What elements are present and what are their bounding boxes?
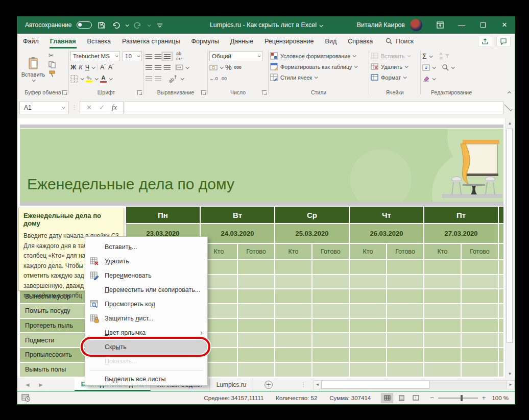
bold-button[interactable]: Ж <box>70 64 76 71</box>
merge-center-icon[interactable] <box>175 64 183 70</box>
copy-icon[interactable] <box>49 61 56 68</box>
title-dropdown-icon[interactable] <box>320 23 323 27</box>
data-cell[interactable] <box>424 348 461 362</box>
data-cell[interactable] <box>238 304 274 318</box>
zoom-in-button[interactable]: + <box>482 394 486 402</box>
accounting-format-icon[interactable] <box>209 64 218 71</box>
data-cell[interactable] <box>387 275 423 289</box>
data-cell[interactable] <box>312 319 349 333</box>
data-cell[interactable] <box>275 319 311 333</box>
font-color-button[interactable]: А <box>100 75 107 83</box>
data-cell[interactable] <box>424 333 461 347</box>
data-cell[interactable] <box>387 289 423 303</box>
align-center-icon[interactable] <box>155 65 161 70</box>
context-menu-item-9[interactable]: Выделить все листы <box>85 372 207 386</box>
conditional-formatting-button[interactable]: Условное форматирование <box>270 51 367 61</box>
user-name[interactable]: Виталий Каиров <box>357 21 405 29</box>
align-left-icon[interactable] <box>146 65 152 70</box>
formula-input[interactable] <box>125 101 503 114</box>
page-layout-view-button[interactable] <box>395 393 407 403</box>
data-cell[interactable] <box>462 319 498 333</box>
shrink-font-button[interactable]: Аˇ <box>108 64 114 71</box>
context-menu-item-6[interactable]: Цвет ярлычка <box>85 326 207 340</box>
decrease-indent-icon[interactable] <box>146 77 152 81</box>
align-right-icon[interactable] <box>164 65 171 70</box>
save-icon[interactable] <box>97 20 106 30</box>
data-cell[interactable] <box>424 304 461 318</box>
data-cell[interactable] <box>462 289 498 303</box>
data-cell[interactable] <box>275 348 311 362</box>
name-box[interactable]: A1 <box>19 101 69 114</box>
autosave-toggle[interactable] <box>77 21 92 29</box>
data-cell[interactable] <box>312 304 349 318</box>
format-cells-button[interactable]: Формат <box>371 72 419 83</box>
data-cell[interactable] <box>462 275 498 289</box>
data-cell[interactable] <box>350 348 386 362</box>
data-cell[interactable] <box>387 319 423 333</box>
data-cell[interactable] <box>312 348 349 362</box>
insert-function-icon[interactable]: fx <box>112 104 117 112</box>
data-cell[interactable] <box>275 363 311 377</box>
paste-button[interactable]: Вставить <box>19 51 47 87</box>
data-cell[interactable] <box>462 260 498 274</box>
minimize-button[interactable]: — <box>451 16 472 34</box>
data-cell[interactable] <box>462 348 498 362</box>
status-stat[interactable]: Количество: 52 <box>276 395 317 401</box>
scroll-left-icon[interactable]: ◄ <box>314 381 321 389</box>
quick-access-customize-icon[interactable] <box>155 20 164 30</box>
delete-cells-button[interactable]: Удалить <box>371 61 419 72</box>
align-middle-icon[interactable] <box>155 54 161 59</box>
zoom-slider[interactable] <box>438 398 478 399</box>
data-cell[interactable] <box>424 363 461 377</box>
data-cell[interactable] <box>312 289 349 303</box>
data-cell[interactable] <box>350 260 386 274</box>
data-cell[interactable] <box>350 304 386 318</box>
align-top-icon[interactable] <box>146 54 152 59</box>
collapse-ribbon-icon[interactable] <box>508 91 511 95</box>
share-button[interactable] <box>478 36 492 47</box>
undo-dropdown-icon[interactable] <box>126 23 129 27</box>
data-cell[interactable] <box>275 289 311 303</box>
ribbon-tab-Вставка[interactable]: Вставка <box>82 34 116 48</box>
context-menu-item-3[interactable]: Переместить или скопировать... <box>85 283 207 297</box>
align-bottom-icon[interactable] <box>164 54 171 59</box>
data-cell[interactable] <box>350 363 386 377</box>
accessibility-check-icon[interactable] <box>21 394 31 402</box>
format-as-table-button[interactable]: Форматировать как таблицу <box>270 61 367 72</box>
increase-decimal-icon[interactable]: ←.0 <box>209 76 218 81</box>
close-button[interactable]: × <box>494 16 515 34</box>
status-stat[interactable]: Среднее: 34157,11111 <box>204 395 264 401</box>
increase-indent-icon[interactable] <box>155 77 161 81</box>
context-menu-item-0[interactable]: Вставить... <box>85 240 207 254</box>
data-cell[interactable] <box>275 275 311 289</box>
data-cell[interactable] <box>462 304 498 318</box>
vertical-scrollbar[interactable]: ▲ ▼ <box>505 118 514 378</box>
data-cell[interactable] <box>350 275 386 289</box>
decrease-decimal-icon[interactable]: .00 <box>221 76 227 81</box>
data-cell[interactable] <box>387 260 423 274</box>
data-cell[interactable] <box>350 289 386 303</box>
data-cell[interactable] <box>312 333 349 347</box>
data-cell[interactable] <box>462 363 498 377</box>
data-cell[interactable] <box>350 319 386 333</box>
font-name-select[interactable]: Trebuchet MS <box>70 51 120 61</box>
clipboard-dialog-launcher-icon[interactable] <box>62 90 67 95</box>
data-cell[interactable] <box>238 260 274 274</box>
format-painter-icon[interactable] <box>49 70 56 78</box>
cell-styles-button[interactable]: Стили ячеек <box>270 72 367 83</box>
cut-icon[interactable]: ✂ <box>49 53 56 59</box>
font-size-select[interactable]: 10 <box>123 51 142 61</box>
maximize-button[interactable] <box>472 16 494 34</box>
data-cell[interactable] <box>387 304 423 318</box>
italic-button[interactable]: К <box>79 64 82 71</box>
status-stat[interactable]: Сумма: 307414 <box>329 395 371 401</box>
comment-button[interactable] <box>496 36 511 47</box>
zoom-out-button[interactable]: − <box>430 394 434 402</box>
horizontal-scrollbar[interactable]: ◄ ► <box>313 380 515 389</box>
vertical-scroll-thumb[interactable] <box>507 129 513 343</box>
ribbon-tab-Главная[interactable]: Главная <box>44 34 82 48</box>
ribbon-display-options-icon[interactable] <box>429 16 451 34</box>
expand-formula-bar-icon[interactable] <box>504 103 513 111</box>
data-cell[interactable] <box>238 333 274 347</box>
clear-icon[interactable] <box>422 76 430 82</box>
